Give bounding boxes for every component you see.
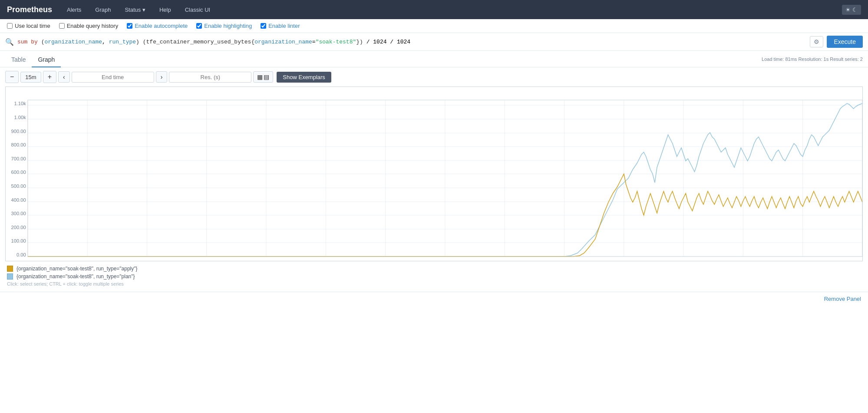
- svg-text:22:19: 22:19: [797, 260, 809, 261]
- svg-text:500.00: 500.00: [11, 183, 26, 189]
- plan-series-label: {organization_name="soak-test8", run_typ…: [17, 273, 135, 280]
- tabs-row: Table Graph Load time: 81ms Resolution: …: [0, 51, 868, 67]
- line-chart-icon: ▤: [264, 73, 269, 80]
- query-display: sum by (organization_name, run_type) (tf…: [17, 39, 806, 45]
- use-local-time-checkbox[interactable]: [7, 23, 13, 29]
- graph-controls: − 15m + ‹ › ▦ ▤ Show Exemplars: [0, 67, 868, 87]
- view-toggle-bar[interactable]: ▦ ▤: [253, 71, 273, 83]
- legend-hint: Click: select series; CTRL + click: togg…: [7, 281, 861, 286]
- svg-text:22:09: 22:09: [201, 260, 212, 261]
- nav-help[interactable]: Help: [157, 5, 174, 15]
- legend-item-plan[interactable]: {organization_name="soak-test8", run_typ…: [7, 273, 861, 280]
- svg-text:200.00: 200.00: [11, 225, 26, 230]
- execute-button[interactable]: Execute: [827, 36, 863, 48]
- svg-text:22:16: 22:16: [618, 260, 630, 261]
- enable-linter-option[interactable]: Enable linter: [261, 23, 300, 29]
- navbar: Prometheus Alerts Graph Status ▾ Help Cl…: [0, 0, 868, 19]
- navbar-right: ☀ ☾: [842, 5, 861, 15]
- svg-text:0.00: 0.00: [17, 252, 26, 257]
- chart-container: 0.00 100.00 200.00 300.00 400.00 500.00 …: [0, 87, 868, 261]
- theme-toggle-button[interactable]: ☀ ☾: [842, 5, 861, 15]
- nav-alerts[interactable]: Alerts: [64, 5, 84, 15]
- tab-table[interactable]: Table: [5, 53, 32, 67]
- svg-text:22:20: 22:20: [857, 260, 862, 261]
- nav-status[interactable]: Status ▾: [122, 5, 148, 15]
- svg-text:22:14: 22:14: [499, 260, 510, 261]
- enable-linter-checkbox[interactable]: [261, 23, 266, 29]
- apply-swatch: [7, 266, 13, 272]
- svg-text:22:18: 22:18: [738, 260, 749, 261]
- svg-text:1.10k: 1.10k: [14, 101, 26, 106]
- navbar-brand: Prometheus: [7, 5, 52, 14]
- chart-wrap: 0.00 100.00 200.00 300.00 400.00 500.00 …: [5, 87, 863, 261]
- nav-graph[interactable]: Graph: [92, 5, 113, 15]
- use-local-time-option[interactable]: Use local time: [7, 23, 50, 29]
- query-bar: 🔍 sum by (organization_name, run_type) (…: [0, 33, 868, 51]
- svg-text:300.00: 300.00: [11, 211, 26, 216]
- decrease-duration-button[interactable]: −: [5, 71, 19, 83]
- duration-display: 15m: [20, 72, 41, 83]
- remove-panel-button[interactable]: Remove Panel: [824, 296, 861, 302]
- enable-autocomplete-checkbox[interactable]: [127, 23, 132, 29]
- legend-item-apply[interactable]: {organization_name="soak-test8", run_typ…: [7, 266, 861, 272]
- svg-text:800.00: 800.00: [11, 142, 26, 147]
- query-settings-button[interactable]: ⚙: [810, 36, 823, 47]
- next-time-button[interactable]: ›: [156, 71, 168, 83]
- svg-text:700.00: 700.00: [11, 156, 26, 161]
- apply-series-label: {organization_name="soak-test8", run_typ…: [17, 266, 138, 272]
- prev-time-button[interactable]: ‹: [58, 71, 70, 83]
- plan-swatch: [7, 273, 13, 280]
- enable-highlighting-option[interactable]: Enable highlighting: [196, 23, 252, 29]
- svg-text:22:06: 22:06: [22, 260, 33, 261]
- svg-text:100.00: 100.00: [11, 238, 26, 243]
- chart-svg: 0.00 100.00 200.00 300.00 400.00 500.00 …: [6, 87, 862, 261]
- svg-text:600.00: 600.00: [11, 170, 26, 175]
- increase-duration-button[interactable]: +: [43, 71, 56, 83]
- tab-graph[interactable]: Graph: [32, 53, 61, 67]
- page-footer: Remove Panel: [0, 292, 868, 306]
- svg-text:22:07: 22:07: [82, 260, 93, 261]
- svg-text:1.00k: 1.00k: [14, 115, 26, 120]
- svg-text:22:10: 22:10: [261, 260, 272, 261]
- nav-classic-ui[interactable]: Classic UI: [182, 5, 213, 15]
- enable-query-history-checkbox[interactable]: [59, 23, 65, 29]
- load-info: Load time: 81ms Resolution: 1s Result se…: [762, 57, 863, 63]
- options-bar: Use local time Enable query history Enab…: [0, 19, 868, 33]
- svg-text:900.00: 900.00: [11, 129, 26, 134]
- end-time-input[interactable]: [72, 72, 154, 83]
- resolution-input[interactable]: [169, 72, 251, 83]
- enable-query-history-option[interactable]: Enable query history: [59, 23, 119, 29]
- bar-chart-icon: ▦: [257, 73, 263, 80]
- svg-text:22:11: 22:11: [320, 260, 332, 261]
- svg-text:22:15: 22:15: [559, 260, 570, 261]
- svg-text:22:17: 22:17: [678, 260, 689, 261]
- legend: {organization_name="soak-test8", run_typ…: [0, 261, 868, 288]
- search-icon: 🔍: [5, 38, 14, 46]
- svg-text:22:08: 22:08: [142, 260, 153, 261]
- svg-text:400.00: 400.00: [11, 197, 26, 203]
- svg-text:22:13: 22:13: [439, 260, 451, 261]
- enable-autocomplete-option[interactable]: Enable autocomplete: [127, 23, 188, 29]
- enable-highlighting-checkbox[interactable]: [196, 23, 202, 29]
- svg-text:22:12: 22:12: [380, 260, 391, 261]
- show-exemplars-button[interactable]: Show Exemplars: [277, 72, 331, 83]
